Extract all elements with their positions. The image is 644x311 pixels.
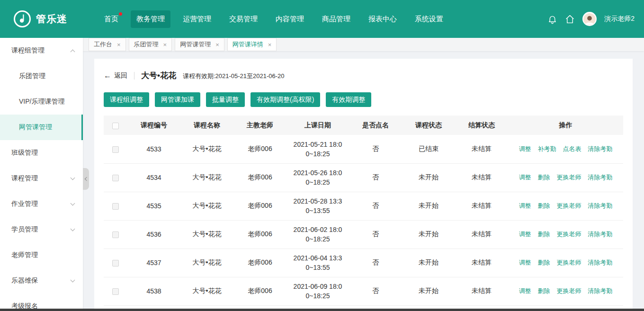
sidebar-item-label: VIP/乐理课管理 [19, 98, 64, 106]
cell-date-text: 2021-05-21 18:00~18:25 [292, 140, 343, 159]
row-checkbox[interactable] [112, 260, 119, 267]
tab-close-icon[interactable]: × [163, 42, 167, 48]
row-action-link[interactable]: 清除考勤 [588, 202, 612, 209]
cell-status: 未开始 [402, 220, 455, 249]
action-button[interactable]: 有效期调整 [326, 92, 371, 107]
notification-bell-icon[interactable] [547, 14, 557, 24]
sidebar-item[interactable]: 老师管理 [0, 242, 83, 268]
chevron-icon [71, 176, 75, 180]
row-action-link[interactable]: 更换老师 [556, 287, 581, 294]
cell-status: 已结束 [402, 135, 455, 163]
header-actions: 演示老师2 [547, 12, 635, 26]
row-checkbox[interactable] [112, 175, 119, 181]
nav-item[interactable]: 商品管理 [316, 10, 356, 28]
row-action-link[interactable]: 更换老师 [556, 202, 581, 209]
tab[interactable]: 工作台 × [89, 38, 126, 51]
home-icon[interactable] [565, 14, 575, 24]
sidebar-collapse-handle[interactable] [83, 168, 89, 190]
row-action-link[interactable]: 更换老师 [556, 259, 581, 266]
back-button[interactable]: ← 返回 [104, 71, 127, 80]
row-action-link[interactable]: 删除 [538, 231, 550, 238]
cell-course-id: 4535 [127, 192, 180, 220]
nav-item[interactable]: 运营管理 [177, 10, 217, 28]
row-action-link[interactable]: 补考勤 [538, 145, 556, 152]
row-action-link[interactable]: 删除 [538, 174, 550, 181]
sidebar-item[interactable]: 网管课管理 [0, 115, 83, 140]
sidebar-item[interactable]: 课程管理 [0, 166, 83, 191]
tab[interactable]: 网管课管理 × [175, 38, 224, 51]
row-action-link[interactable]: 点名表 [563, 145, 581, 152]
page-header: ← 返回 大号•花花 课程有效期:2021-05-21至2021-06-20 [104, 70, 623, 81]
row-action-link[interactable]: 删除 [538, 287, 550, 294]
nav-item[interactable]: 交易管理 [224, 10, 263, 28]
action-button[interactable]: 有效期调整(高权限) [250, 92, 320, 107]
row-action-link[interactable]: 调整 [519, 145, 531, 152]
nav-item[interactable]: 系统设置 [409, 10, 449, 28]
tab-label: 乐团管理 [134, 40, 159, 49]
sidebar-item[interactable]: 课程组管理 [0, 38, 83, 63]
avatar[interactable] [582, 12, 597, 26]
row-checkbox[interactable] [112, 288, 119, 295]
sidebar-item[interactable]: 乐器维保 [0, 268, 83, 293]
row-checkbox[interactable] [112, 203, 119, 210]
cell-date: 2021-06-04 13:30~13:55 [286, 249, 349, 277]
cell-date: 2021-06-09 18:00~18:25 [286, 277, 349, 305]
row-action-link[interactable]: 删除 [538, 259, 550, 266]
tab[interactable]: 乐团管理 × [129, 38, 172, 51]
tab-close-icon[interactable]: × [117, 42, 121, 48]
row-checkbox[interactable] [112, 231, 119, 238]
user-name[interactable]: 演示老师2 [604, 15, 635, 23]
nav-item[interactable]: 教务管理 [131, 10, 170, 28]
tab[interactable]: 网管课详情 × [227, 38, 277, 51]
nav-item[interactable]: 报表中心 [363, 10, 402, 28]
tab-label: 网管课管理 [180, 40, 211, 49]
row-checkbox[interactable] [112, 146, 119, 153]
tab-close-icon[interactable]: × [268, 42, 272, 48]
cell-rollcall: 否 [349, 249, 402, 277]
row-action-link[interactable]: 清除考勤 [588, 174, 612, 181]
row-action-link[interactable]: 更换老师 [556, 174, 581, 181]
row-action-link[interactable]: 清除考勤 [588, 231, 612, 238]
sidebar-item[interactable]: 作业管理 [0, 191, 83, 217]
select-all-checkbox[interactable] [112, 123, 119, 129]
cell-settlement: 未结算 [455, 163, 508, 192]
action-button[interactable]: 网管课加课 [155, 92, 200, 107]
sidebar: 课程组管理 乐团管理 VIP/乐理课管理 网管课管理 班级管理 [0, 38, 83, 311]
cell-actions: 调整 删除 更换老师 清除考勤 [508, 249, 623, 277]
cell-settlement: 未结算 [455, 220, 508, 249]
sidebar-item-label: 作业管理 [11, 200, 38, 208]
app-logo[interactable]: 管乐迷 [13, 10, 93, 28]
nav-item[interactable]: 首页 [98, 10, 124, 28]
cell-course-name: 大号•花花 [180, 192, 233, 220]
content-area: 工作台 × 乐团管理 × 网管课管理 × 网管课详情 × [83, 38, 644, 311]
sidebar-item[interactable]: 学员管理 [0, 217, 83, 242]
sidebar-item-label: 课程管理 [11, 174, 38, 183]
row-action-link[interactable]: 删除 [538, 202, 550, 209]
main-nav: 首页 教务管理 运营管理 交易管理 内容管理 商品管理 报表中心 系统设置 [98, 10, 547, 28]
cell-teacher: 老师006 [233, 135, 286, 163]
row-action-link[interactable]: 清除考勤 [588, 145, 612, 152]
sidebar-item[interactable]: VIP/乐理课管理 [0, 89, 83, 115]
table-row: 4536 大号•花花 老师006 2021-06-02 18:00~18:25 … [104, 220, 623, 249]
row-action-link[interactable]: 清除考勤 [588, 259, 612, 266]
cell-date-text: 2021-05-28 13:30~13:55 [292, 196, 343, 215]
nav-item-label: 商品管理 [322, 15, 350, 23]
sidebar-item-label: 班级管理 [11, 149, 38, 157]
row-action-link[interactable]: 调整 [519, 231, 531, 238]
cell-course-id: 4536 [127, 220, 180, 249]
row-action-link[interactable]: 调整 [519, 287, 531, 294]
sidebar-item[interactable]: 乐团管理 [0, 63, 83, 89]
row-action-link[interactable]: 清除考勤 [588, 287, 612, 294]
sidebar-item[interactable]: 班级管理 [0, 140, 83, 166]
row-action-link[interactable]: 调整 [519, 259, 531, 266]
nav-item[interactable]: 内容管理 [270, 10, 310, 28]
cell-teacher: 老师006 [233, 163, 286, 192]
row-action-link[interactable]: 调整 [519, 174, 531, 181]
action-button[interactable]: 课程组调整 [104, 92, 149, 107]
action-button[interactable]: 批量调整 [206, 92, 245, 107]
sidebar-item-label: 老师管理 [11, 251, 38, 259]
row-action-link[interactable]: 更换老师 [556, 231, 581, 238]
cell-teacher: 老师006 [233, 277, 286, 305]
row-action-link[interactable]: 调整 [519, 202, 531, 209]
tab-close-icon[interactable]: × [215, 42, 219, 48]
